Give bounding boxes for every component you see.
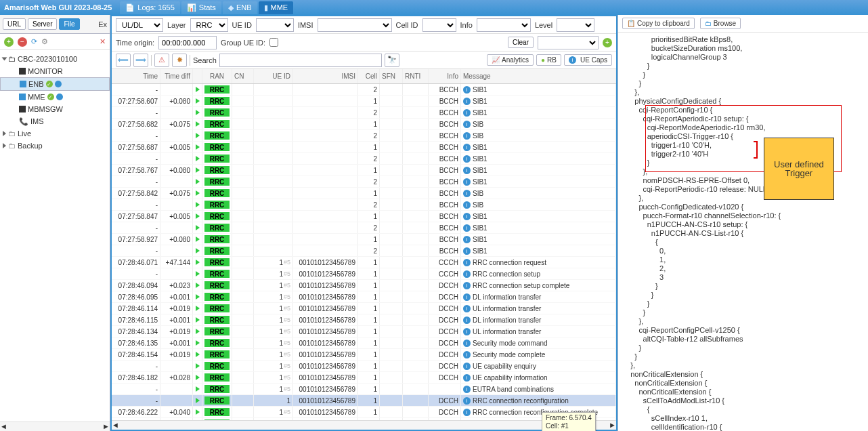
close-icon[interactable]: ✕ xyxy=(100,37,106,46)
search-input[interactable] xyxy=(219,54,382,67)
log-row[interactable]: 07:28:46.115+0.001RRC1#50010101234567891… xyxy=(112,314,616,326)
log-row[interactable]: 07:27:58.927+0.080RRC1BCCHiSIB1 xyxy=(112,234,616,245)
uecaps-button[interactable]: iUE Caps xyxy=(564,54,612,66)
log-row[interactable]: -RRC1#50010101234567891CCCHiRRC connecti… xyxy=(112,268,616,280)
log-row[interactable]: 07:28:46.182+0.028RRC1#50010101234567891… xyxy=(112,372,616,384)
tree-mbmsgw[interactable]: MBMSGW xyxy=(0,103,110,115)
arrow-right-icon xyxy=(196,98,200,104)
arrow-right-icon xyxy=(196,363,200,369)
col-ran[interactable]: RAN xyxy=(202,69,232,83)
bug-icon[interactable]: ✸ xyxy=(172,54,187,67)
layer-label: Layer xyxy=(167,21,186,29)
arrow-right-icon xyxy=(196,190,200,196)
nav-fwd-icon[interactable]: ⟹ xyxy=(133,54,148,67)
copy-button[interactable]: 📋Copy to clipboard xyxy=(622,18,695,29)
log-row[interactable]: -RRC2BCCHiSIB1 xyxy=(112,176,616,188)
tab-stats[interactable]: 📊Stats xyxy=(181,1,221,14)
left-scroll[interactable]: ◄► xyxy=(0,422,110,431)
info-icon: i xyxy=(463,247,471,255)
info-icon: i xyxy=(463,305,471,312)
info-select[interactable] xyxy=(477,18,531,32)
log-row[interactable]: -RRC2BCCHiSIB1 xyxy=(112,84,616,96)
tree-monitor[interactable]: MONITOR xyxy=(0,65,110,77)
export-label[interactable]: Ex xyxy=(98,20,107,28)
cellid-select[interactable] xyxy=(422,18,456,32)
log-row[interactable]: 07:28:46.114+0.019RRC1#50010101234567891… xyxy=(112,303,616,314)
browse-button[interactable]: 🗀Browse xyxy=(700,18,741,29)
col-msg[interactable]: Message xyxy=(461,69,616,83)
binoculars-icon[interactable]: 🔭 xyxy=(385,54,399,67)
refresh-icon[interactable]: ⟳ xyxy=(31,37,37,46)
log-row[interactable]: -RRC1#50010101234567891DCCHiUE capabilit… xyxy=(112,361,616,372)
log-row[interactable]: 07:28:46.095+0.001RRC1#50010101234567891… xyxy=(112,291,616,303)
col-cell[interactable]: Cell xyxy=(358,69,380,83)
nav-back-icon[interactable]: ⟸ xyxy=(116,54,131,67)
level-select[interactable] xyxy=(557,18,594,32)
tab-logs[interactable]: 📄Logs: 1655 xyxy=(120,1,179,14)
log-row[interactable]: -RRC1#50010101234567891iEUTRA band combi… xyxy=(112,384,616,395)
rb-button[interactable]: ●RB xyxy=(536,54,561,66)
col-ue[interactable]: UE ID xyxy=(254,69,293,83)
add-filter-icon[interactable]: + xyxy=(603,38,612,47)
log-row[interactable]: -RRC10010101234567891DCCHiRRC connection… xyxy=(112,395,616,407)
server-button[interactable]: Server xyxy=(28,18,57,30)
tab-mme[interactable]: ▮MME xyxy=(259,1,294,14)
tree-ims[interactable]: 📞IMS xyxy=(0,115,110,127)
log-row[interactable]: -RRC2BCCHiSIB1 xyxy=(112,153,616,165)
col-cn[interactable]: CN xyxy=(232,69,254,83)
log-row[interactable]: -RRC2BCCHiSIB xyxy=(112,130,616,142)
col-time[interactable]: Time xyxy=(112,69,160,83)
code-viewer[interactable]: prioritisedBitRate kBps8, bucketSizeDura… xyxy=(618,33,868,431)
remove-icon[interactable]: − xyxy=(18,37,27,47)
filter-preset-select[interactable] xyxy=(538,36,599,49)
log-row[interactable]: 07:28:46.071+47.144RRC1#5001010123456789… xyxy=(112,257,616,268)
col-sfn[interactable]: SFN xyxy=(380,69,403,83)
layer-select[interactable]: RRC xyxy=(190,18,228,32)
ueid-select[interactable] xyxy=(256,18,294,32)
group-ue-checkbox[interactable] xyxy=(269,38,278,47)
log-row[interactable]: -RRC2BCCHiSIB1 xyxy=(112,245,616,257)
log-row[interactable]: 07:27:58.607+0.080RRC1BCCHiSIB1 xyxy=(112,96,616,107)
log-row[interactable]: 07:27:58.842+0.075RRC1BCCHiSIB xyxy=(112,188,616,199)
col-info[interactable]: Info xyxy=(429,69,461,83)
log-row[interactable]: 07:28:46.134+0.019RRC1#50010101234567891… xyxy=(112,326,616,337)
ran-tag: RRC xyxy=(204,212,230,220)
log-row[interactable]: 07:28:46.094+0.023RRC1#50010101234567891… xyxy=(112,280,616,291)
tree-mme[interactable]: MME✓ xyxy=(0,91,110,103)
imsi-select[interactable] xyxy=(318,18,392,32)
settings-icon[interactable]: ⚙ xyxy=(41,37,48,46)
center-scroll[interactable]: ◄► xyxy=(112,420,616,430)
log-row[interactable]: 07:27:58.682+0.075RRC1BCCHiSIB xyxy=(112,119,616,130)
warn-icon[interactable]: ⚠ xyxy=(154,54,169,67)
log-row[interactable]: -RRC2BCCHiSIB1 xyxy=(112,107,616,119)
log-row[interactable]: 07:27:58.847+0.005RRC1BCCHiSIB1 xyxy=(112,211,616,222)
log-row[interactable]: 07:27:58.687+0.005RRC1BCCHiSIB1 xyxy=(112,142,616,153)
log-body[interactable]: -RRC2BCCHiSIB107:27:58.607+0.080RRC1BCCH… xyxy=(112,84,616,420)
arrow-right-icon xyxy=(196,386,200,392)
col-rnti[interactable]: RNTI xyxy=(403,69,429,83)
file-button[interactable]: File xyxy=(59,18,79,30)
tree-root[interactable]: 🗀CBC-2023010100 xyxy=(0,53,110,65)
log-row[interactable]: -RRC2BCCHiSIB1 xyxy=(112,222,616,234)
time-origin-input[interactable] xyxy=(158,36,217,49)
log-row[interactable]: 07:27:58.767+0.080RRC1BCCHiSIB1 xyxy=(112,165,616,176)
col-imsi[interactable]: IMSI xyxy=(293,69,358,83)
log-row[interactable]: 07:28:46.135+0.001RRC1#50010101234567891… xyxy=(112,337,616,349)
add-icon[interactable]: + xyxy=(4,37,14,47)
ran-tag: RRC xyxy=(204,362,230,370)
col-diff[interactable]: Time diff xyxy=(160,69,193,83)
tree-live[interactable]: 🗀Live xyxy=(0,127,110,140)
tree-backup[interactable]: 🗀Backup xyxy=(0,140,110,152)
log-row[interactable]: 07:28:46.154+0.019RRC1#50010101234567891… xyxy=(112,349,616,361)
log-row[interactable]: -RRC2BCCHiSIB xyxy=(112,199,616,211)
tree-enb[interactable]: ENB✓ xyxy=(0,77,110,91)
arrow-right-icon xyxy=(196,133,200,138)
log-row[interactable]: 07:28:46.222+0.040RRC1#50010101234567891… xyxy=(112,407,616,418)
analytics-button[interactable]: 📈Analytics xyxy=(487,54,534,66)
tab-enb[interactable]: ◆ENB xyxy=(223,1,257,14)
clear-button[interactable]: Clear xyxy=(508,37,534,48)
url-button[interactable]: URL xyxy=(3,18,26,30)
info-icon: i xyxy=(463,121,471,128)
uldl-select[interactable]: UL/DL xyxy=(116,18,163,32)
info-icon: i xyxy=(463,363,471,370)
